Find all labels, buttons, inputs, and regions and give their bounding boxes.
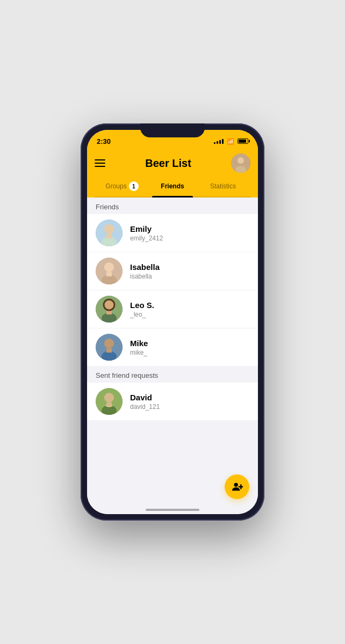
- phone-frame: 2:30 📶: [81, 123, 264, 521]
- friends-section-header: Friends: [87, 197, 258, 214]
- header-row: Beer List: [95, 151, 250, 177]
- friend-info: Emily emily_2412: [130, 224, 249, 242]
- list-item[interactable]: Leo S. _leo_: [87, 290, 258, 328]
- svg-rect-6: [106, 234, 112, 238]
- svg-point-21: [104, 393, 114, 402]
- status-time: 2:30: [97, 137, 111, 145]
- list-item[interactable]: David david_121: [87, 383, 258, 420]
- friend-info: Mike mike_: [130, 339, 249, 356]
- avatar: [96, 296, 123, 323]
- friend-username: david_121: [130, 403, 249, 411]
- svg-point-8: [104, 262, 114, 272]
- svg-point-17: [104, 339, 114, 348]
- sent-requests-list: David david_121: [87, 383, 258, 420]
- tab-groups[interactable]: Groups 1: [97, 177, 147, 196]
- svg-rect-10: [106, 272, 112, 276]
- svg-rect-19: [106, 348, 112, 353]
- avatar: [96, 388, 123, 415]
- friend-name: Mike: [130, 339, 249, 348]
- user-avatar[interactable]: [231, 153, 250, 173]
- wifi-icon: 📶: [227, 138, 234, 145]
- list-item[interactable]: Emily emily_2412: [87, 214, 258, 252]
- bottom-spacer: [87, 420, 258, 463]
- avatar: [96, 258, 123, 284]
- main-content: Friends Emily emily_2412: [87, 197, 258, 514]
- friend-name: Isabella: [130, 262, 249, 272]
- status-icons: 📶: [214, 138, 248, 145]
- notch: [140, 123, 205, 137]
- app-header: Beer List Groups 1 Friends: [87, 149, 258, 197]
- friend-name: Emily: [130, 224, 249, 233]
- battery-icon: [238, 138, 248, 144]
- avatar: [96, 219, 123, 246]
- friend-username: isabella: [130, 273, 249, 280]
- tabs-bar: Groups 1 Friends Statistics: [95, 177, 250, 197]
- friend-name: Leo S.: [130, 301, 249, 310]
- friend-info: Leo S. _leo_: [130, 301, 249, 318]
- tab-friends[interactable]: Friends: [147, 177, 198, 196]
- svg-point-24: [234, 483, 238, 487]
- svg-point-1: [238, 157, 244, 164]
- friend-username: emily_2412: [130, 235, 249, 242]
- signal-strength-icon: [214, 139, 224, 144]
- list-item[interactable]: Mike mike_: [87, 328, 258, 366]
- app-title: Beer List: [145, 157, 191, 170]
- menu-button[interactable]: [95, 159, 105, 167]
- svg-point-4: [104, 224, 114, 234]
- friends-list: Emily emily_2412 I: [87, 214, 258, 366]
- avatar: [96, 334, 123, 361]
- tab-statistics[interactable]: Statistics: [198, 177, 248, 196]
- friend-name: David: [130, 393, 249, 402]
- friend-username: mike_: [130, 349, 249, 356]
- friend-info: Isabella isabella: [130, 262, 249, 280]
- add-friend-icon: [231, 481, 243, 493]
- tab-statistics-label: Statistics: [210, 182, 236, 190]
- home-indicator: [146, 509, 199, 511]
- friend-info: David david_121: [130, 393, 249, 411]
- phone-screen: 2:30 📶: [87, 130, 258, 514]
- tab-friends-label: Friends: [161, 182, 184, 190]
- tab-groups-label: Groups: [105, 182, 126, 190]
- friend-username: _leo_: [130, 311, 249, 318]
- list-item[interactable]: Isabella isabella: [87, 252, 258, 290]
- groups-badge: 1: [129, 181, 139, 191]
- add-friend-button[interactable]: [225, 474, 249, 499]
- sent-requests-section-header: Sent friend requests: [87, 366, 258, 383]
